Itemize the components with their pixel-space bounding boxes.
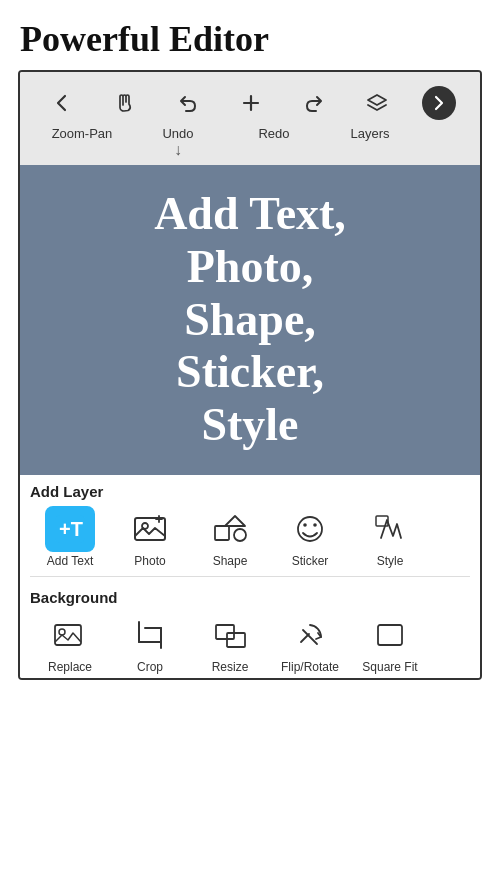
svg-rect-9 xyxy=(215,526,229,540)
svg-point-13 xyxy=(303,523,307,527)
section-divider xyxy=(30,576,470,577)
add-layer-items: +T Add Text Photo xyxy=(30,506,470,568)
svg-marker-10 xyxy=(225,516,245,526)
shape-icon xyxy=(205,506,255,552)
background-items: Replace Crop xyxy=(30,612,470,674)
crop-icon xyxy=(125,612,175,658)
redo-label-group: Redo xyxy=(226,126,322,141)
undo-label-group: Undo ↓ xyxy=(130,126,226,159)
photo-label: Photo xyxy=(134,554,165,568)
toolbar: Zoom-Pan Undo ↓ Redo Layers xyxy=(20,72,480,165)
redo-icon[interactable] xyxy=(296,92,332,114)
canvas-text: Add Text,Photo,Shape,Sticker,Style xyxy=(144,178,356,462)
svg-point-14 xyxy=(313,523,317,527)
svg-rect-24 xyxy=(227,633,245,647)
background-title: Background xyxy=(30,589,470,606)
next-icon[interactable] xyxy=(422,86,456,120)
flip-rotate-icon xyxy=(285,612,335,658)
sticker-label: Sticker xyxy=(292,554,329,568)
editor-container: Zoom-Pan Undo ↓ Redo Layers Add Text,Pho… xyxy=(18,70,482,680)
add-icon[interactable] xyxy=(233,92,269,114)
zoom-pan-label: Zoom-Pan xyxy=(52,126,113,141)
page-title: Powerful Editor xyxy=(0,0,500,70)
svg-line-26 xyxy=(301,634,309,642)
svg-point-17 xyxy=(59,629,65,635)
crop-tool[interactable]: Crop xyxy=(110,612,190,674)
back-icon[interactable] xyxy=(44,92,80,114)
add-layer-section: Add Layer +T Add Text xyxy=(20,475,480,572)
add-text-icon: +T xyxy=(45,506,95,552)
add-text-label: Add Text xyxy=(47,554,93,568)
crop-label: Crop xyxy=(137,660,163,674)
shape-label: Shape xyxy=(213,554,248,568)
photo-icon xyxy=(125,506,175,552)
svg-rect-22 xyxy=(145,628,161,642)
svg-marker-2 xyxy=(368,95,386,105)
undo-icon[interactable] xyxy=(170,92,206,114)
toolbar-icons-row xyxy=(20,82,480,124)
resize-label: Resize xyxy=(212,660,249,674)
hand-icon[interactable] xyxy=(107,92,143,114)
svg-rect-5 xyxy=(135,518,165,540)
sticker-tool[interactable]: Sticker xyxy=(270,506,350,568)
layers-label: Layers xyxy=(350,126,389,141)
style-icon xyxy=(365,506,415,552)
undo-label: Undo xyxy=(162,126,193,141)
square-fit-label: Square Fit xyxy=(362,660,417,674)
photo-tool[interactable]: Photo xyxy=(110,506,190,568)
style-tool[interactable]: Style xyxy=(350,506,430,568)
svg-point-11 xyxy=(234,529,246,541)
layers-icon[interactable] xyxy=(359,92,395,114)
square-fit-icon xyxy=(365,612,415,658)
shape-tool[interactable]: Shape xyxy=(190,506,270,568)
style-label: Style xyxy=(377,554,404,568)
add-layer-title: Add Layer xyxy=(30,483,470,500)
background-section: Background Replace xyxy=(20,581,480,678)
toolbar-labels: Zoom-Pan Undo ↓ Redo Layers xyxy=(20,124,480,159)
resize-icon xyxy=(205,612,255,658)
svg-rect-16 xyxy=(55,625,81,645)
svg-text:+T: +T xyxy=(59,518,83,540)
add-text-tool[interactable]: +T Add Text xyxy=(30,506,110,568)
replace-icon xyxy=(45,612,95,658)
zoom-pan-label-group: Zoom-Pan xyxy=(34,126,130,141)
redo-label: Redo xyxy=(258,126,289,141)
undo-arrow: ↓ xyxy=(174,141,182,159)
sticker-icon xyxy=(285,506,335,552)
flip-rotate-label: Flip/Rotate xyxy=(281,660,339,674)
canvas-area: Add Text,Photo,Shape,Sticker,Style xyxy=(20,165,480,475)
flip-rotate-tool[interactable]: Flip/Rotate xyxy=(270,612,350,674)
replace-label: Replace xyxy=(48,660,92,674)
square-fit-tool[interactable]: Square Fit xyxy=(350,612,430,674)
svg-rect-23 xyxy=(216,625,234,639)
layers-label-group: Layers xyxy=(322,126,418,141)
resize-tool[interactable]: Resize xyxy=(190,612,270,674)
svg-rect-27 xyxy=(378,625,402,645)
replace-tool[interactable]: Replace xyxy=(30,612,110,674)
